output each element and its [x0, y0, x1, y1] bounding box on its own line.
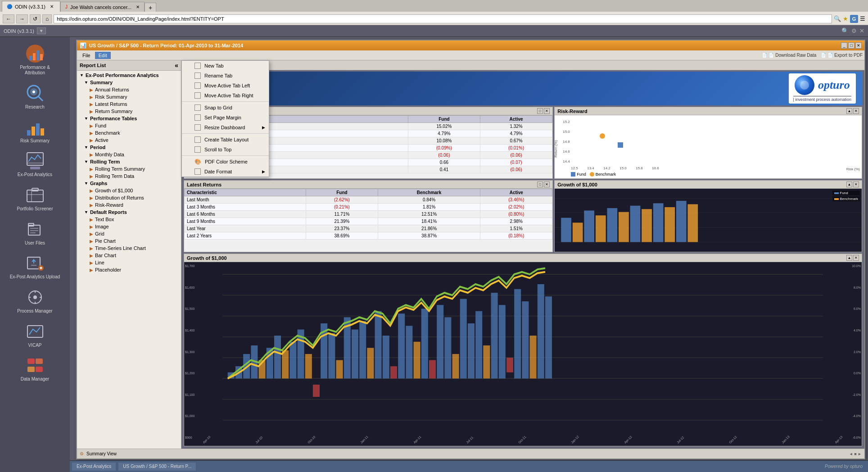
latest-returns-header: Latest Returns □ ✕ — [184, 181, 552, 189]
browser-tab-joe[interactable]: J Joe Walsh cancels concer... ✕ — [60, 2, 145, 12]
menu-icon[interactable]: ☰ — [860, 15, 865, 22]
arrow-line: ▶ — [90, 260, 93, 265]
window-close[interactable]: ✕ — [855, 42, 862, 49]
sidebar-item-ex-post-upload[interactable]: Ex-Post Analytics Upload — [2, 250, 68, 282]
tree-item-active[interactable]: ▶ Active — [77, 136, 181, 144]
sidebar: Performance &Attribution Research — [0, 37, 70, 472]
home-button[interactable]: ⌂ — [42, 14, 52, 23]
arrow-return: ▶ — [90, 109, 93, 114]
sidebar-item-perf-attr[interactable]: Performance &Attribution — [2, 41, 68, 78]
sidebar-item-data-manager[interactable]: Data Manager — [2, 352, 68, 385]
arrow-active: ▶ — [90, 138, 93, 143]
dropdown-item-date-format[interactable]: Date Format ▶ — [182, 167, 269, 177]
tree-item-expost[interactable]: ▼ Ex-Post Performance Analytics — [77, 72, 181, 79]
tree-item-benchmark[interactable]: ▶ Benchmark — [77, 129, 181, 136]
taskbar-btn-growth[interactable]: US Growth / S&P 500 - Return P... — [118, 462, 196, 471]
dropdown-item-resize[interactable]: Resize Dashboard ▶ — [182, 123, 269, 132]
dropdown-item-snap-grid[interactable]: Snap to Grid — [182, 103, 269, 113]
dropdown-item-new-tab[interactable]: New Tab — [182, 61, 269, 71]
tree-item-rolling[interactable]: ▼ Rolling Term — [77, 158, 181, 165]
rr-expand-btn[interactable]: ▲ — [846, 108, 852, 114]
tree-item-placeholder[interactable]: ▶ Placeholder — [77, 266, 181, 273]
browser-tab-odin[interactable]: 🔵 ODIN (v3.3.1) ✕ — [2, 1, 60, 12]
dropdown-item-move-left[interactable]: Move Active Tab Left — [182, 81, 269, 91]
tree-item-fund[interactable]: ▶ Fund — [77, 122, 181, 129]
sidebar-item-process[interactable]: Process Manager — [2, 284, 68, 317]
risk-expand-btn[interactable]: □ — [537, 108, 543, 114]
menu-edit[interactable]: Edit — [95, 52, 111, 59]
gl-close-btn[interactable]: ✕ — [853, 255, 859, 261]
tree-item-perf-tables[interactable]: ▼ Performance Tables — [77, 115, 181, 122]
tree-item-bar[interactable]: ▶ Bar Chart — [77, 252, 181, 259]
tree-item-risk-reward[interactable]: ▶ Risk-Reward — [77, 201, 181, 209]
tree-item-default[interactable]: ▼ Default Reports — [77, 209, 181, 216]
rr-close-btn[interactable]: ✕ — [853, 108, 859, 114]
dropdown-item-pdf-color[interactable]: 🎨 PDF Color Scheme — [182, 157, 269, 167]
new-tab-button[interactable]: + — [145, 3, 156, 12]
tree-item-rolling-summary[interactable]: ▶ Rolling Term Summary — [77, 165, 181, 172]
close-app-icon[interactable]: ✕ — [859, 27, 864, 34]
tree-item-line[interactable]: ▶ Line — [77, 259, 181, 266]
search-app-icon[interactable]: 🔍 — [841, 27, 849, 34]
sidebar-item-portfolio[interactable]: Portfolio Screener — [2, 182, 68, 214]
window-maximize[interactable]: □ — [848, 42, 854, 49]
sidebar-item-vicap[interactable]: VICAP — [2, 318, 68, 350]
menu-file[interactable]: File — [79, 52, 94, 59]
tree-item-rolling-data[interactable]: ▶ Rolling Term Data — [77, 172, 181, 180]
tab-joe-close[interactable]: ✕ — [136, 5, 140, 9]
download-raw-data-btn[interactable]: 📄 📄 Download Raw Data — [762, 53, 816, 58]
svg-rect-40 — [36, 367, 43, 372]
tree-item-growth1000[interactable]: ▶ Growth of $1,000 — [77, 187, 181, 194]
sidebar-item-user-files[interactable]: User Files — [2, 216, 68, 248]
gs-close-btn[interactable]: ✕ — [853, 182, 859, 187]
tree-item-monthly[interactable]: ▶ Monthly Data — [77, 151, 181, 158]
opturo-text: opturo — [818, 78, 850, 92]
export-pdf-btn[interactable]: 📄 📄 Export to PDF — [821, 53, 863, 58]
tree-item-textbox[interactable]: ▶ Text Box — [77, 216, 181, 223]
tree-item-risk[interactable]: ▶ Risk Summary — [77, 93, 181, 100]
tree-item-graphs[interactable]: ▼ Graphs — [77, 180, 181, 187]
dashboard-area: Summary US Growth 01-Apr-2010 to 31-Mar-… — [181, 60, 864, 449]
dropdown-item-rename-tab[interactable]: Rename Tab — [182, 71, 269, 81]
dropdown-item-table-layout[interactable]: Create Table Layout — [182, 135, 269, 145]
tree-item-pie[interactable]: ▶ Pie Chart — [77, 237, 181, 245]
tree-item-grid[interactable]: ▶ Grid — [77, 230, 181, 237]
taskbar-btn-expost[interactable]: Ex-Post Analytics — [72, 462, 116, 471]
tree-item-period[interactable]: ▼ Period — [77, 144, 181, 151]
gl-expand-btn[interactable]: ▲ — [846, 255, 852, 261]
gs-expand-btn[interactable]: ▲ — [846, 182, 852, 187]
settings-icon[interactable]: ⚙ — [851, 27, 857, 34]
back-button[interactable]: ← — [3, 14, 14, 23]
dropdown-item-move-right[interactable]: Move Active Tab Right — [182, 91, 269, 100]
panel-collapse-btn[interactable]: « — [175, 62, 178, 69]
arrow-latest: ▶ — [90, 102, 93, 107]
risk-reward-chart: Return (%) Risk (%) 15.2 15.0 14.8 14.6 … — [555, 115, 862, 178]
svg-rect-47 — [584, 210, 595, 242]
tab-odin-close[interactable]: ✕ — [50, 4, 54, 9]
lr-expand-btn[interactable]: □ — [537, 182, 543, 187]
svg-rect-89 — [414, 342, 420, 379]
svg-rect-11 — [36, 123, 40, 136]
perf-attr-icon — [25, 43, 45, 64]
tree-item-summary[interactable]: ▼ Summary — [77, 79, 181, 86]
tree-item-latest[interactable]: ▶ Latest Returns — [77, 100, 181, 108]
app-dropdown-btn[interactable]: ▼ — [37, 27, 46, 34]
sidebar-item-risk-summary[interactable]: Risk Summary — [2, 114, 68, 146]
refresh-button[interactable]: ↺ — [30, 14, 41, 23]
sidebar-item-ex-post[interactable]: Ex-Post Analytics — [2, 148, 68, 180]
url-bar[interactable] — [54, 14, 832, 23]
dropdown-item-page-margin[interactable]: Set Page Margin — [182, 113, 269, 123]
window-minimize[interactable]: _ — [841, 42, 847, 49]
risk-close-btn[interactable]: ✕ — [544, 108, 550, 114]
sidebar-item-research[interactable]: Research — [2, 80, 68, 112]
tree-item-timeseries[interactable]: ▶ Time-Series Line Chart — [77, 245, 181, 252]
dropdown-item-scroll-top[interactable]: Scroll to Top — [182, 145, 269, 154]
tree-item-annual[interactable]: ▶ Annual Returns — [77, 86, 181, 93]
forward-button[interactable]: → — [16, 14, 28, 23]
tree-item-image[interactable]: ▶ Image — [77, 223, 181, 230]
vicap-label: VICAP — [28, 343, 41, 348]
tree-item-dist-returns[interactable]: ▶ Distribution of Returns — [77, 194, 181, 201]
tree-item-return-summary[interactable]: ▶ Return Summary — [77, 108, 181, 115]
arrow-fund: ▶ — [90, 123, 93, 128]
lr-close-btn[interactable]: ✕ — [544, 182, 550, 187]
